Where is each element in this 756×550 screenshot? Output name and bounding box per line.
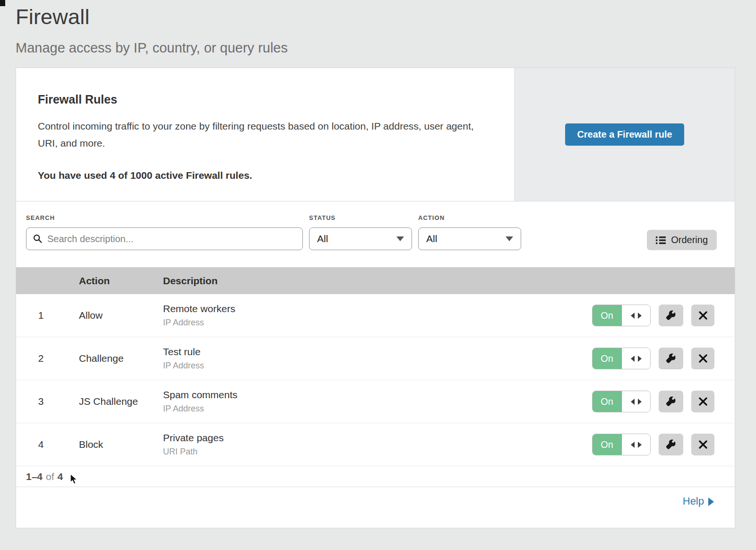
status-filter-group: STATUS All xyxy=(309,214,412,250)
toggle-on-label: On xyxy=(593,434,622,455)
left-right-arrows-icon xyxy=(631,399,642,405)
action-filter-group: ACTION All xyxy=(418,214,521,250)
toggle-handle xyxy=(622,434,650,455)
rule-action: Allow xyxy=(79,310,163,321)
rule-description: Remote workers xyxy=(163,303,592,314)
rule-action: JS Challenge xyxy=(79,396,163,407)
page-title: Firewall xyxy=(16,5,756,29)
table-row: 3 JS Challenge Spam comments IP Address … xyxy=(16,380,735,423)
left-right-arrows-icon xyxy=(631,313,642,319)
delete-rule-button[interactable] xyxy=(691,348,714,369)
rule-match-type: URI Path xyxy=(163,447,592,457)
rule-controls: On xyxy=(592,348,735,369)
ordering-wrap: Ordering xyxy=(647,214,717,250)
close-icon xyxy=(699,311,707,320)
help-link[interactable]: Help xyxy=(683,495,714,507)
rule-match-type: IP Address xyxy=(163,318,592,328)
toggle-on-label: On xyxy=(593,348,622,369)
rule-priority: 4 xyxy=(16,439,79,450)
wrench-icon xyxy=(666,353,676,364)
filters-bar: SEARCH STATUS All ACTION All xyxy=(16,201,735,267)
table-row: 4 Block Private pages URI Path On xyxy=(16,423,735,466)
firewall-rules-card: Firewall Rules Control incoming traffic … xyxy=(16,68,735,201)
rule-match-type: IP Address xyxy=(163,361,592,371)
rule-description: Test rule xyxy=(163,346,592,358)
action-column-header: Action xyxy=(79,275,163,287)
rule-enabled-toggle[interactable]: On xyxy=(592,305,651,326)
page-subtitle: Manage access by IP, country, or query r… xyxy=(16,40,756,56)
create-rule-panel: Create a Firewall rule xyxy=(514,68,735,201)
rule-action: Challenge xyxy=(79,353,163,364)
search-filter-group: SEARCH xyxy=(26,214,303,250)
mouse-cursor xyxy=(69,473,80,486)
table-row: 1 Allow Remote workers IP Address On xyxy=(16,294,735,337)
rule-priority: 2 xyxy=(16,353,79,364)
rule-controls: On xyxy=(592,391,735,412)
search-label: SEARCH xyxy=(26,214,303,221)
firewall-panel: Firewall Rules Control incoming traffic … xyxy=(16,68,735,528)
rule-priority: 1 xyxy=(16,310,79,321)
search-icon xyxy=(33,234,43,244)
rule-controls: On xyxy=(592,305,735,326)
page-header: Firewall Manage access by IP, country, o… xyxy=(0,0,756,56)
edit-rule-button[interactable] xyxy=(659,305,683,326)
firewall-rules-card-text: Firewall Rules Control incoming traffic … xyxy=(16,68,514,201)
wrench-icon xyxy=(666,396,676,407)
edit-rule-button[interactable] xyxy=(659,434,683,455)
toggle-handle xyxy=(622,391,650,412)
status-label: STATUS xyxy=(309,214,412,221)
toggle-handle xyxy=(622,305,650,326)
action-select[interactable]: All xyxy=(418,227,521,250)
firewall-rules-table: Action Description 1 Allow Remote worker… xyxy=(16,267,735,466)
rule-action: Block xyxy=(79,439,163,450)
action-select-value: All xyxy=(426,233,506,244)
toggle-on-label: On xyxy=(593,391,622,412)
edit-rule-button[interactable] xyxy=(659,348,683,369)
rule-description-cell: Spam comments IP Address xyxy=(163,389,592,414)
chevron-down-icon xyxy=(506,236,513,241)
table-row: 2 Challenge Test rule IP Address On xyxy=(16,337,735,380)
pagination-status: 1–4 of 4 xyxy=(16,466,735,487)
rule-priority: 3 xyxy=(16,396,79,407)
rule-description: Spam comments xyxy=(163,389,592,401)
rule-description: Private pages xyxy=(163,432,592,444)
rule-enabled-toggle[interactable]: On xyxy=(592,434,651,455)
wrench-icon xyxy=(666,439,676,450)
close-icon xyxy=(699,440,707,449)
rule-controls: On xyxy=(592,434,735,455)
close-icon xyxy=(699,354,707,363)
toggle-handle xyxy=(622,348,650,369)
help-link-label: Help xyxy=(683,495,704,507)
chevron-down-icon xyxy=(396,236,404,241)
status-select[interactable]: All xyxy=(309,227,412,250)
rule-description-cell: Private pages URI Path xyxy=(163,432,592,457)
rule-description-cell: Test rule IP Address xyxy=(163,346,592,371)
edit-rule-button[interactable] xyxy=(659,391,683,412)
pagination-separator: of xyxy=(46,471,54,482)
ordering-button[interactable]: Ordering xyxy=(647,230,717,250)
status-select-value: All xyxy=(317,233,396,244)
delete-rule-button[interactable] xyxy=(691,391,714,412)
rule-match-type: IP Address xyxy=(163,404,592,414)
delete-rule-button[interactable] xyxy=(691,434,714,455)
delete-rule-button[interactable] xyxy=(691,305,714,326)
create-firewall-rule-button[interactable]: Create a Firewall rule xyxy=(565,123,684,146)
pagination-total: 4 xyxy=(58,471,63,482)
screen-corner-artifact xyxy=(0,0,5,6)
ordered-list-icon xyxy=(656,236,666,244)
card-title: Firewall Rules xyxy=(38,93,486,106)
card-usage-note: You have used 4 of 1000 active Firewall … xyxy=(38,170,486,181)
action-label: ACTION xyxy=(418,214,521,221)
toggle-on-label: On xyxy=(593,305,622,326)
pagination-range: 1–4 xyxy=(26,471,43,482)
left-right-arrows-icon xyxy=(631,442,642,448)
left-right-arrows-icon xyxy=(631,356,642,362)
search-input[interactable] xyxy=(26,227,303,250)
help-row: Help xyxy=(16,487,735,515)
caret-right-icon xyxy=(708,498,714,506)
table-header-row: Action Description xyxy=(16,267,735,294)
card-description: Control incoming traffic to your zone by… xyxy=(38,118,486,152)
ordering-button-label: Ordering xyxy=(671,235,708,245)
rule-enabled-toggle[interactable]: On xyxy=(592,348,651,369)
rule-enabled-toggle[interactable]: On xyxy=(592,391,651,412)
